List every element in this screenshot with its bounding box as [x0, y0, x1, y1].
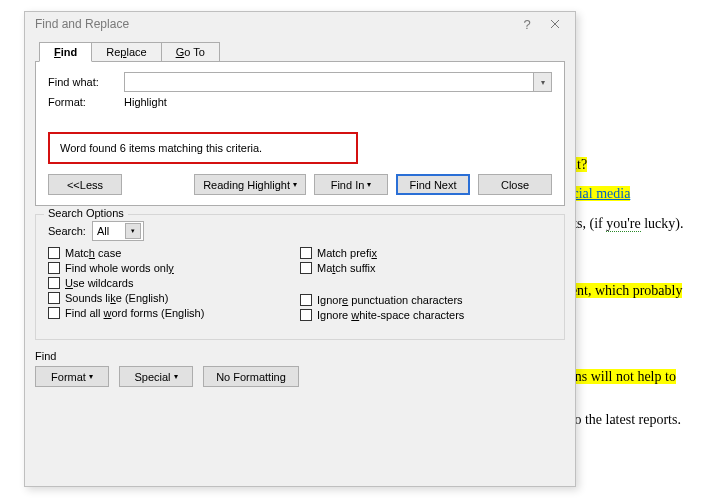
tab-replace[interactable]: ReplaceReplace: [91, 42, 161, 62]
status-message: Word found 6 items matching this criteri…: [48, 132, 358, 164]
find-formatting-title: Find: [35, 350, 565, 362]
tab-find[interactable]: FinFindd: [39, 42, 92, 62]
format-button[interactable]: Format▾Format: [35, 366, 109, 387]
search-direction-value: All: [97, 225, 109, 237]
sounds-like-checkbox[interactable]: Sounds like (English)Sounds like (Englis…: [48, 292, 300, 304]
chevron-down-icon: ▾: [125, 223, 141, 239]
tabs: FinFindd ReplaceReplace Go ToGo To: [39, 42, 575, 62]
help-button[interactable]: ?: [513, 14, 541, 34]
find-what-label: Find what:Find what:: [48, 76, 124, 88]
whole-words-checkbox[interactable]: Find whole words onlyFind whole words on…: [48, 262, 300, 274]
search-direction-select[interactable]: All ▾: [92, 221, 144, 241]
special-button[interactable]: Special▾Special: [119, 366, 193, 387]
tab-goto[interactable]: Go ToGo To: [161, 42, 220, 62]
find-in-button[interactable]: Find In▾Find In: [314, 174, 388, 195]
match-suffix-checkbox[interactable]: Match suffixMatch suffix: [300, 262, 552, 274]
titlebar: Find and Replace ?: [25, 12, 575, 36]
search-direction-label: Search:Search:: [48, 225, 86, 237]
no-formatting-button[interactable]: No FormattingNo Formatting: [203, 366, 299, 387]
doc-text-grammar: you're: [606, 216, 640, 232]
match-case-checkbox[interactable]: Match caseMatch case: [48, 247, 300, 259]
format-label: Format:: [48, 96, 124, 108]
find-next-button[interactable]: Find NextFind Next: [396, 174, 470, 195]
wildcards-checkbox[interactable]: Use wildcardsUse wildcards: [48, 277, 300, 289]
find-what-dropdown[interactable]: ▾: [533, 73, 551, 91]
find-replace-dialog: Find and Replace ? FinFindd ReplaceRepla…: [24, 11, 576, 487]
find-panel: Find what:Find what: ▾ Format: Highlight…: [35, 61, 565, 206]
ignore-punct-checkbox[interactable]: Ignore punctuation charactersIgnore punc…: [300, 294, 552, 306]
find-what-input[interactable]: ▾: [124, 72, 552, 92]
search-options-title: Search Options: [44, 207, 128, 219]
doc-text: lucky).: [641, 216, 684, 231]
format-value: Highlight: [124, 96, 167, 108]
doc-text: tions will not help to: [560, 369, 676, 384]
doc-text: g to the latest reports.: [560, 412, 681, 427]
all-word-forms-checkbox[interactable]: Find all word forms (English)Find all wo…: [48, 307, 300, 319]
less-button[interactable]: << Less<< Less: [48, 174, 122, 195]
find-formatting-section: Find Format▾Format Special▾Special No Fo…: [35, 350, 565, 387]
search-options-group: Search Options Search:Search: All ▾ Matc…: [35, 214, 565, 340]
reading-highlight-button[interactable]: Reading Highlight▾Reading Highlight: [194, 174, 306, 195]
ignore-ws-checkbox[interactable]: Ignore white-space charactersIgnore whit…: [300, 309, 552, 321]
doc-text: ntent, which probably: [560, 283, 682, 298]
match-prefix-checkbox[interactable]: Match prefixMatch prefix: [300, 247, 552, 259]
close-button[interactable]: Close: [478, 174, 552, 195]
dialog-title: Find and Replace: [35, 17, 513, 31]
close-icon[interactable]: [541, 14, 569, 34]
